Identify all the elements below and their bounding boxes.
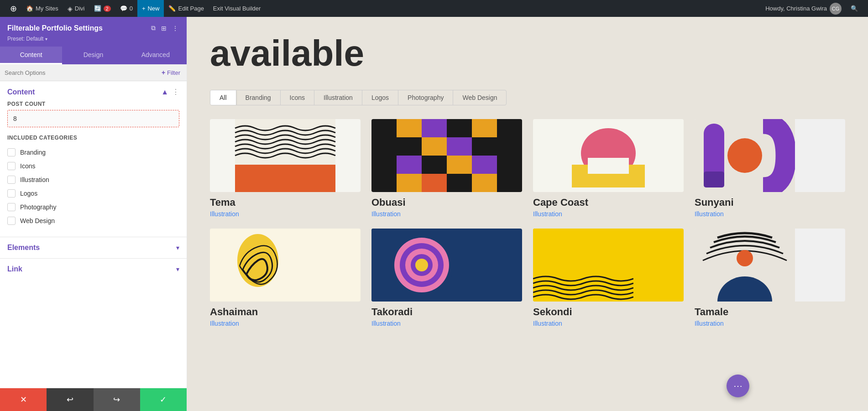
- category-checkbox-logos[interactable]: [7, 189, 16, 198]
- more-icon[interactable]: ⋮: [171, 24, 179, 33]
- svg-rect-6: [472, 119, 497, 137]
- panel-header: Filterable Portfolio Settings ⧉ ⊞ ⋮ Pres…: [0, 17, 187, 47]
- category-name-illustration: Illustration: [20, 176, 49, 183]
- post-count-input[interactable]: [8, 110, 179, 127]
- edit-icon: ✏️: [168, 5, 176, 12]
- main-layout: Filterable Portfolio Settings ⧉ ⊞ ⋮ Pres…: [0, 17, 868, 411]
- new-button[interactable]: + New: [137, 0, 164, 17]
- edit-page-label: Edit Page: [178, 5, 204, 12]
- elements-section-header[interactable]: Elements ▾: [0, 237, 187, 258]
- undo-button[interactable]: ↩: [47, 388, 93, 411]
- bottom-bar: ✕ ↩ ↪ ✓: [0, 388, 187, 411]
- portfolio-name-capecoast: Cape Coast: [533, 197, 684, 208]
- svg-rect-12: [422, 156, 447, 174]
- comments-button[interactable]: 💬 0: [115, 0, 137, 17]
- category-checkbox-webdesign[interactable]: [7, 217, 16, 225]
- divi-menu[interactable]: ◈ Divi: [63, 0, 89, 17]
- category-item-illustration: Illustration: [7, 173, 179, 187]
- save-button[interactable]: ✓: [140, 388, 187, 411]
- refresh-icon: 🔄: [94, 5, 101, 12]
- cancel-button[interactable]: ✕: [0, 388, 47, 411]
- portfolio-thumb-ashaiman[interactable]: [210, 229, 361, 302]
- portfolio-thumb-sunyani[interactable]: [695, 119, 845, 192]
- comment-icon: 💬: [120, 5, 127, 12]
- portfolio-grid: Tema Illustration: [210, 119, 845, 327]
- category-checkbox-illustration[interactable]: [7, 176, 16, 184]
- link-section-title: Link: [7, 265, 22, 273]
- portfolio-thumb-takoradi[interactable]: [371, 229, 522, 302]
- updates-button[interactable]: 🔄 2: [89, 0, 115, 17]
- svg-rect-7: [397, 137, 422, 156]
- fab-button[interactable]: ⋯: [727, 375, 749, 397]
- category-item-logos: Logos: [7, 187, 179, 200]
- plus-icon: +: [162, 69, 165, 76]
- post-count-label: Post Count: [7, 101, 179, 107]
- portfolio-category-obuasi[interactable]: Illustration: [371, 210, 522, 218]
- search-icon: 🔍: [851, 5, 858, 12]
- portfolio-thumb-sekondi[interactable]: [533, 229, 684, 302]
- comments-count: 0: [130, 5, 133, 12]
- wp-logo-button[interactable]: ⊕: [5, 0, 21, 17]
- category-checkbox-photography[interactable]: [7, 203, 16, 211]
- preset-row[interactable]: Preset: Default ▾: [7, 36, 179, 42]
- filter-tab-photography[interactable]: Photography: [398, 90, 453, 105]
- settings-panel: Filterable Portfolio Settings ⧉ ⊞ ⋮ Pres…: [0, 17, 187, 411]
- tab-advanced[interactable]: Advanced: [125, 47, 187, 64]
- svg-rect-18: [472, 174, 497, 192]
- redo-button[interactable]: ↪: [94, 388, 140, 411]
- svg-point-25: [727, 138, 762, 173]
- categories-section: Included Categories Branding Icons Illus…: [0, 135, 187, 237]
- search-options-input[interactable]: [5, 69, 156, 76]
- portfolio-category-sunyani[interactable]: Illustration: [695, 210, 845, 218]
- elements-section-title: Elements: [7, 244, 40, 252]
- tab-design[interactable]: Design: [62, 47, 124, 64]
- exit-visual-builder-button[interactable]: Exit Visual Builder: [209, 0, 266, 17]
- section-menu-icon[interactable]: ⋮: [172, 88, 179, 96]
- portfolio-category-takoradi[interactable]: Illustration: [371, 320, 522, 327]
- expand-icon[interactable]: ⧉: [150, 23, 157, 33]
- filter-tab-icons[interactable]: Icons: [281, 90, 314, 105]
- portfolio-item-takoradi: Takoradi Illustration: [371, 229, 522, 327]
- portfolio-thumb-tema[interactable]: [210, 119, 361, 192]
- svg-rect-8: [422, 137, 447, 156]
- filter-tab-illustration[interactable]: Illustration: [314, 90, 362, 105]
- portfolio-thumb-obuasi[interactable]: [371, 119, 522, 192]
- section-controls: ▲ ⋮: [161, 88, 179, 96]
- svg-rect-3: [397, 119, 422, 137]
- portfolio-thumb-tamale[interactable]: [695, 229, 845, 302]
- link-section-header[interactable]: Link ▾: [0, 259, 187, 280]
- content-section-header: Content ▲ ⋮: [0, 81, 187, 101]
- preset-label: Preset: Default: [7, 36, 43, 42]
- category-checkbox-icons[interactable]: [7, 162, 16, 170]
- portfolio-name-ashaiman: Ashaiman: [210, 306, 361, 318]
- portfolio-category-tamale[interactable]: Illustration: [695, 320, 845, 327]
- svg-rect-5: [447, 119, 472, 137]
- svg-point-35: [415, 259, 428, 271]
- svg-rect-26: [704, 172, 724, 187]
- user-menu[interactable]: Howdy, Christina Gwira CG: [761, 3, 846, 15]
- panel-header-icons: ⧉ ⊞ ⋮: [150, 23, 179, 33]
- category-checkbox-branding[interactable]: [7, 148, 16, 156]
- tab-content[interactable]: Content: [0, 47, 62, 64]
- filter-tab-all[interactable]: All: [210, 90, 236, 105]
- filter-tab-branding[interactable]: Branding: [236, 90, 281, 105]
- content-section-title: Content: [7, 88, 35, 96]
- filter-button[interactable]: + Filter: [160, 68, 182, 77]
- my-sites-menu[interactable]: 🏠 My Sites: [21, 0, 63, 17]
- portfolio-category-tema[interactable]: Illustration: [210, 210, 361, 218]
- portfolio-item-tamale: Tamale Illustration: [695, 229, 845, 327]
- portfolio-category-sekondi[interactable]: Illustration: [533, 320, 684, 327]
- collapse-icon[interactable]: ▲: [161, 88, 168, 96]
- edit-page-button[interactable]: ✏️ Edit Page: [164, 0, 208, 17]
- divi-label: Divi: [75, 5, 85, 12]
- portfolio-category-ashaiman[interactable]: Illustration: [210, 320, 361, 327]
- grid-icon[interactable]: ⊞: [160, 24, 167, 33]
- search-button[interactable]: 🔍: [846, 0, 863, 17]
- category-item-webdesign: Web Design: [7, 214, 179, 228]
- filter-tab-webdesign[interactable]: Web Design: [453, 90, 506, 105]
- svg-rect-15: [397, 174, 422, 192]
- portfolio-item-obuasi: Obuasi Illustration: [371, 119, 522, 218]
- portfolio-thumb-capecoast[interactable]: [533, 119, 684, 192]
- filter-tab-logos[interactable]: Logos: [362, 90, 398, 105]
- portfolio-category-capecoast[interactable]: Illustration: [533, 210, 684, 218]
